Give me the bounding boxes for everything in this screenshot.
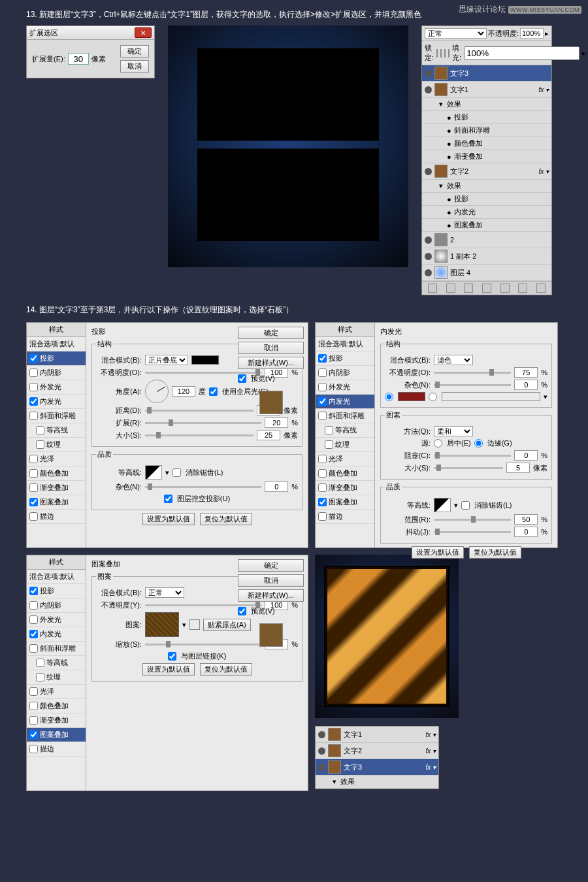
style-option[interactable]: 光泽	[316, 452, 374, 466]
style-option[interactable]: 投影	[27, 351, 86, 366]
style-checkbox[interactable]	[36, 673, 44, 681]
fx-icon[interactable]	[446, 284, 455, 293]
ok-button[interactable]: 确定	[238, 559, 304, 572]
noise-input[interactable]	[265, 482, 288, 492]
style-checkbox[interactable]	[318, 483, 327, 492]
range-input[interactable]	[514, 514, 538, 525]
mask-icon[interactable]	[464, 284, 473, 293]
style-checkbox[interactable]	[318, 512, 327, 521]
visibility-icon[interactable]	[425, 168, 432, 175]
visibility-icon[interactable]	[425, 253, 432, 260]
new-style-button[interactable]: 新建样式(W)...	[238, 357, 304, 369]
lock-position-icon[interactable]	[444, 49, 446, 57]
cancel-button[interactable]: 取消	[120, 60, 149, 73]
style-checkbox[interactable]	[36, 426, 44, 434]
blend-options[interactable]: 混合选项:默认	[316, 337, 374, 351]
style-option[interactable]: 外发光	[27, 613, 86, 627]
style-checkbox[interactable]	[29, 587, 38, 595]
fill-stepper-icon[interactable]: ▸	[582, 49, 586, 57]
expand-icon[interactable]: ▾	[331, 777, 338, 786]
color-radio[interactable]	[385, 393, 393, 401]
layer-row[interactable]: ▾效果	[422, 180, 551, 193]
visibility-icon[interactable]	[425, 70, 432, 77]
layer-row[interactable]: ●颜色叠加	[422, 137, 551, 150]
size-input[interactable]	[257, 430, 280, 440]
lock-all-icon[interactable]	[448, 49, 449, 57]
noise-slider[interactable]	[434, 384, 511, 386]
jitter-input[interactable]	[514, 527, 538, 537]
layer-row[interactable]: 文字2fx ▾	[316, 743, 438, 759]
size-input[interactable]	[506, 463, 530, 473]
contour-picker[interactable]	[434, 498, 451, 512]
layer-row[interactable]: 图层 4	[422, 265, 551, 281]
layer-thumbnail[interactable]	[328, 728, 341, 741]
set-default-button[interactable]: 设置为默认值	[412, 546, 464, 559]
style-checkbox[interactable]	[29, 601, 38, 610]
noise-slider[interactable]	[145, 486, 261, 488]
new-pattern-icon[interactable]	[189, 619, 200, 630]
style-option[interactable]: 斜面和浮雕	[316, 409, 374, 423]
style-option[interactable]: 图案叠加	[27, 728, 86, 742]
style-option[interactable]: 描边	[27, 510, 86, 524]
visibility-icon[interactable]	[318, 764, 325, 771]
style-checkbox[interactable]	[318, 469, 327, 478]
new-style-button[interactable]: 新建样式(W)...	[238, 589, 304, 602]
source-edge-radio[interactable]	[474, 439, 483, 448]
style-checkbox[interactable]	[29, 498, 38, 506]
global-light-checkbox[interactable]	[209, 387, 218, 396]
layer-thumbnail[interactable]	[328, 744, 341, 757]
style-option[interactable]: 外发光	[27, 380, 86, 395]
jitter-slider[interactable]	[434, 531, 511, 533]
set-default-button[interactable]: 设置为默认值	[142, 513, 195, 525]
style-checkbox[interactable]	[29, 368, 38, 377]
style-option[interactable]: 等高线	[27, 423, 86, 438]
style-option[interactable]: 光泽	[27, 452, 86, 466]
link-layer-checkbox[interactable]	[168, 652, 176, 661]
group-icon[interactable]	[500, 284, 510, 293]
layer-thumbnail[interactable]	[328, 760, 341, 774]
reset-default-button[interactable]: 复位为默认值	[200, 513, 252, 525]
style-option[interactable]: 内阴影	[316, 366, 374, 380]
style-option[interactable]: 纹理	[27, 670, 86, 685]
style-option[interactable]: 纹理	[316, 438, 374, 452]
style-checkbox[interactable]	[29, 716, 38, 725]
layer-row[interactable]: ▾效果	[422, 98, 551, 111]
visibility-icon[interactable]	[425, 237, 432, 244]
style-option[interactable]: 颜色叠加	[316, 466, 374, 481]
source-center-radio[interactable]	[434, 439, 442, 448]
style-checkbox[interactable]	[318, 368, 327, 377]
range-slider[interactable]	[434, 519, 511, 521]
style-checkbox[interactable]	[29, 630, 38, 638]
pattern-thumbnail[interactable]	[145, 612, 179, 637]
fx-badge[interactable]: fx ▾	[425, 731, 436, 738]
style-option[interactable]: 投影	[27, 584, 86, 598]
layer-row[interactable]: 文字1fx ▾	[422, 82, 551, 98]
style-option[interactable]: 光泽	[27, 685, 86, 699]
style-checkbox[interactable]	[29, 745, 38, 753]
chevron-down-icon[interactable]: ▾	[454, 501, 458, 510]
style-checkbox[interactable]	[29, 687, 38, 696]
style-option[interactable]: 渐变叠加	[27, 713, 86, 728]
preview-checkbox[interactable]	[238, 374, 246, 383]
layer-thumbnail[interactable]	[434, 233, 448, 246]
layer-row[interactable]: 文字3	[422, 65, 551, 82]
style-checkbox[interactable]	[29, 412, 38, 420]
antialias-checkbox[interactable]	[461, 501, 470, 510]
style-checkbox[interactable]	[29, 455, 38, 463]
style-option[interactable]: 颜色叠加	[27, 466, 86, 481]
style-checkbox[interactable]	[325, 440, 333, 449]
close-icon[interactable]: ✕	[135, 27, 152, 38]
opacity-stepper-icon[interactable]: ▸	[545, 29, 549, 38]
chevron-down-icon[interactable]: ▾	[544, 393, 547, 401]
trash-icon[interactable]	[536, 284, 546, 293]
layer-row[interactable]: 文字2fx ▾	[422, 163, 551, 180]
style-option[interactable]: 斜面和浮雕	[27, 409, 86, 423]
distance-slider[interactable]	[145, 410, 253, 412]
style-option[interactable]: 内阴影	[27, 366, 86, 380]
style-checkbox[interactable]	[318, 412, 327, 420]
layer-row[interactable]: 文字1fx ▾	[316, 727, 438, 743]
style-checkbox[interactable]	[36, 440, 44, 449]
fx-badge[interactable]: fx ▾	[425, 764, 436, 771]
style-checkbox[interactable]	[29, 702, 38, 710]
ok-button[interactable]: 确定	[238, 327, 304, 339]
